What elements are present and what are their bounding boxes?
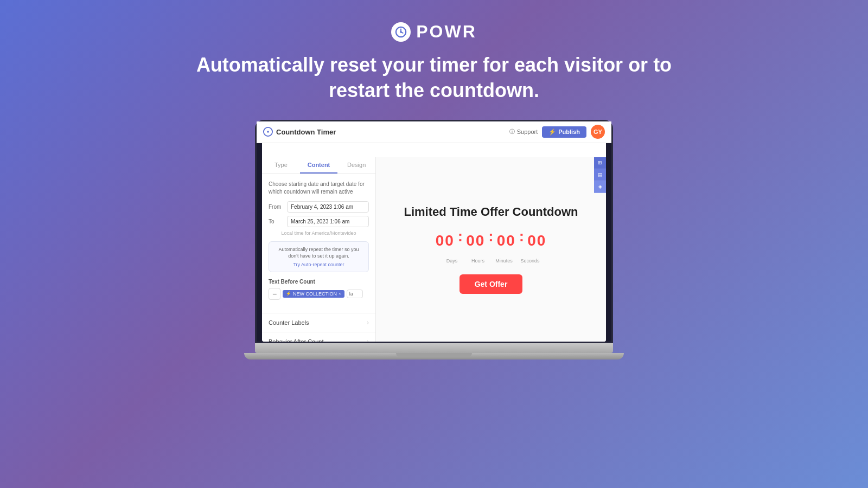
brand-name: POWR: [416, 22, 477, 42]
user-avatar[interactable]: GY: [591, 136, 605, 139]
date-description: Choose starting date and target date for…: [269, 181, 369, 196]
app-topbar-right: ⓘ Support ⚡ Publish GY: [509, 136, 605, 139]
app-logo-icon: [263, 136, 273, 137]
laptop-base: [255, 343, 613, 353]
auto-repeat-link[interactable]: Try Auto-repeat counter: [273, 262, 364, 267]
counter-labels-row[interactable]: Counter Labels ›: [262, 313, 375, 332]
app-topbar-left: Countdown Timer: [263, 136, 336, 137]
text-before-input-row: − ⚡ NEW COLLECTION ×: [269, 288, 369, 300]
right-icon-1[interactable]: ⊞: [594, 157, 606, 169]
days-value: 00: [436, 232, 455, 249]
right-panel: ⊞ ▤ ◈ Limited Time Offer Countdown 00 :: [376, 157, 606, 342]
countdown-digits: 00 : 00 : 00 : 00: [404, 228, 578, 254]
days-label: Days: [439, 258, 465, 264]
tagline-line2: restart the countdown.: [329, 79, 539, 101]
auto-repeat-box: Automatically repeat the timer so you do…: [269, 241, 369, 272]
sep-2: :: [488, 228, 493, 245]
tagline: Automatically reset your timer for each …: [196, 53, 672, 104]
laptop-stand: [396, 353, 472, 357]
counter-labels-label: Counter Labels: [269, 319, 309, 326]
behavior-after-count-row[interactable]: Behavior After Count ›: [262, 332, 375, 342]
sep-3: :: [519, 228, 524, 245]
tagline-line1: Automatically reset your timer for each …: [196, 54, 672, 76]
tab-content[interactable]: Content: [300, 157, 338, 174]
svg-point-2: [264, 136, 272, 137]
auto-repeat-text: Automatically repeat the timer so you do…: [273, 246, 364, 260]
minutes-value: 00: [497, 232, 516, 249]
get-offer-button[interactable]: Get Offer: [459, 274, 523, 294]
app-layout: Type Content Design Choose starting date…: [262, 157, 606, 342]
from-date-input[interactable]: [287, 201, 369, 213]
tab-design[interactable]: Design: [337, 157, 375, 174]
timezone-label: Local time for America/Montevideo: [269, 230, 369, 236]
digit-labels: Days Hours Minutes Seconds: [404, 258, 578, 264]
right-icon-2[interactable]: ▤: [594, 169, 606, 181]
laptop-bottom: [244, 353, 624, 359]
countdown-preview: Limited Time Offer Countdown 00 : 00 :: [393, 194, 589, 305]
tabs-row: Type Content Design: [262, 157, 375, 174]
countdown-title: Limited Time Offer Countdown: [404, 205, 578, 219]
minutes-group: 00: [497, 232, 516, 249]
to-date-field: To: [269, 216, 369, 227]
laptop-screen-outer: Countdown Timer ⓘ Support ⚡ Publish GY: [255, 120, 613, 343]
to-label: To: [269, 219, 284, 224]
svg-point-1: [400, 31, 402, 33]
seconds-value: 00: [527, 232, 546, 249]
text-before-extra-input[interactable]: [347, 290, 363, 298]
right-icon-3[interactable]: ◈: [594, 181, 606, 193]
collection-tag-close[interactable]: ×: [339, 291, 341, 296]
days-group: 00: [436, 232, 455, 249]
brand-icon: [391, 22, 411, 42]
hours-value: 00: [466, 232, 485, 249]
text-before-label: Text Before Count: [269, 279, 369, 285]
behavior-after-chevron: ›: [367, 338, 369, 342]
tab-type[interactable]: Type: [262, 157, 300, 174]
app-title: Countdown Timer: [276, 136, 336, 136]
text-minus-button[interactable]: −: [269, 288, 280, 300]
to-date-input[interactable]: [287, 216, 369, 227]
laptop-screen-inner: Countdown Timer ⓘ Support ⚡ Publish GY: [262, 136, 606, 342]
from-label: From: [269, 204, 284, 210]
from-date-field: From: [269, 201, 369, 213]
sep-1: :: [458, 228, 463, 245]
minutes-label: Minutes: [491, 258, 517, 264]
brand-container: POWR: [391, 22, 477, 42]
left-panel: Type Content Design Choose starting date…: [262, 157, 376, 342]
publish-button[interactable]: ⚡ Publish: [542, 136, 586, 138]
app-topbar: Countdown Timer ⓘ Support ⚡ Publish GY: [262, 136, 606, 143]
collection-tag: ⚡ NEW COLLECTION ×: [283, 290, 344, 298]
right-sidebar-icons: ⊞ ▤ ◈: [594, 157, 606, 193]
seconds-group: 00: [527, 232, 546, 249]
laptop-wrapper: Countdown Timer ⓘ Support ⚡ Publish GY: [255, 120, 613, 359]
panel-content: Choose starting date and target date for…: [262, 174, 375, 313]
support-button[interactable]: ⓘ Support: [509, 136, 538, 136]
hours-label: Hours: [465, 258, 491, 264]
counter-labels-chevron: ›: [367, 319, 369, 326]
seconds-label: Seconds: [517, 258, 543, 264]
hours-group: 00: [466, 232, 485, 249]
page-header: POWR Automatically reset your timer for …: [196, 22, 672, 104]
behavior-after-count-label: Behavior After Count: [269, 338, 324, 342]
